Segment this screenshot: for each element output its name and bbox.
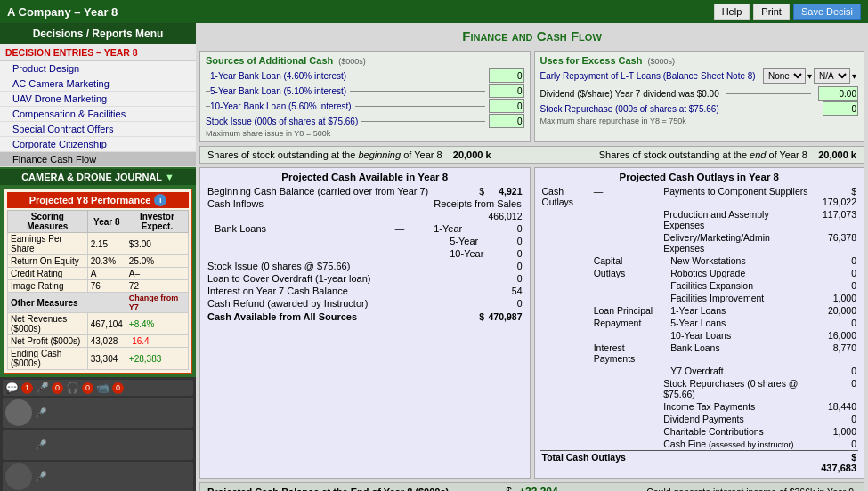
- shares-end-text: Shares of stock outstanding at the end o…: [599, 149, 856, 160]
- cash-outlays-box: Projected Cash Outlays in Year 8 Cash Ou…: [534, 167, 865, 479]
- mic-icon: 🎤: [36, 382, 49, 394]
- page-title: Finance and Cash Flow: [199, 27, 864, 47]
- outlays-component-row: Cash Outlays— Payments to Component Supp…: [540, 185, 859, 208]
- shares-beginning-text: Shares of stock outstanding at the begin…: [207, 149, 491, 160]
- repurchase-note: Maximum share repurchase in Y8 = 750k: [540, 117, 859, 125]
- repurchase-input[interactable]: [823, 101, 858, 116]
- proj-row-credit: Credit Rating A A–: [8, 268, 189, 280]
- outlays-repurchase-row: Stock Repurchases (0 shares @ $75.66) 0: [540, 377, 859, 400]
- stock-issue-row: Stock Issue (000s of shares at $75.66): [206, 114, 524, 128]
- uses-loan-row: Early Repayment of L-T Loans (Balance Sh…: [540, 68, 859, 84]
- bank-loans-row: Bank Loans — 1-Year 0: [206, 222, 524, 235]
- loan-cover-row: Loan to Cover Overdraft (1-year loan) 0: [206, 272, 524, 285]
- outlays-tax-row: Income Tax Payments 18,440: [540, 400, 859, 413]
- loan-10year-input[interactable]: [489, 99, 524, 113]
- sidebar-item-uav-drone[interactable]: UAV Drone Marketing: [0, 92, 196, 107]
- outlays-capital-row: Capital New Workstations 0: [540, 254, 859, 267]
- sidebar-item-compensation[interactable]: Compensation & Facilities: [0, 107, 196, 122]
- chat-area: 💬 1 🎤 0 🎧 0 📹 0 🎤 🎤 🎤: [0, 377, 196, 491]
- stock-issue-cash-row: Stock Issue (0 shares @ $75.66) 0: [206, 260, 524, 272]
- sidebar-item-product-design[interactable]: Product Design: [0, 61, 196, 76]
- top-row: Sources of Additional Cash ($000s) 1-Yea…: [199, 51, 864, 142]
- help-button[interactable]: Help: [714, 4, 750, 20]
- outlays-facilities-imp-row: Facilities Improvement 1,000: [540, 292, 859, 304]
- beginning-balance-row: Beginning Cash Balance (carried over fro…: [206, 185, 524, 197]
- main-layout: Decisions / Reports Menu DECISION ENTRIE…: [0, 23, 868, 491]
- balance-value: +33,304: [519, 486, 558, 491]
- balance-row: Projected Cash Balance at the End of Yea…: [199, 482, 864, 491]
- sidebar-item-corporate[interactable]: Corporate Citizenship: [0, 137, 196, 152]
- proj-row-image: Image Rating 76 72: [8, 280, 189, 293]
- cash-available-box: Projected Cash Available in Year 8 Begin…: [199, 167, 531, 479]
- outlays-interest-bank-row: Interest Payments Bank Loans 8,770: [540, 342, 859, 365]
- save-button[interactable]: Save Decisi: [793, 4, 861, 20]
- app-title: A Company – Year 8: [7, 5, 118, 19]
- proj-other-header: Other Measures Change from Y7: [8, 293, 189, 313]
- chat-icon: 💬: [5, 382, 19, 394]
- cash-outlays-table: Cash Outlays— Payments to Component Supp…: [540, 185, 859, 474]
- avatar-2: [5, 431, 32, 458]
- dividend-input[interactable]: [818, 86, 858, 101]
- loan-1year-input[interactable]: [489, 68, 524, 83]
- proj-row-roe: Return On Equity 20.3% 25.0%: [8, 255, 189, 268]
- sidebar-item-finance[interactable]: Finance Cash Flow: [0, 152, 196, 167]
- outlays-facilities-exp-row: Facilities Expansion 0: [540, 279, 859, 292]
- sources-box: Sources of Additional Cash ($000s) 1-Yea…: [199, 51, 531, 142]
- user-mic-2: 🎤: [35, 439, 47, 451]
- middle-row: Projected Cash Available in Year 8 Begin…: [199, 167, 864, 479]
- sidebar-item-ac-camera[interactable]: AC Camera Marketing: [0, 76, 196, 92]
- audio-badge: 0: [82, 382, 93, 394]
- uses-title: Uses for Excess Cash: [540, 55, 643, 66]
- shares-row: Shares of stock outstanding at the begin…: [199, 146, 864, 164]
- outlays-total-row: Total Cash Outlays $ 437,683: [540, 451, 859, 475]
- dividend-row: Dividend ($/share) Year 7 dividend was $…: [540, 86, 859, 101]
- main-content: Finance and Cash Flow Sources of Additio…: [196, 23, 868, 491]
- outlays-prod-row: Production and Assembly Expenses 117,073: [540, 208, 859, 231]
- cash-inflows-row: Cash Inflows — Receipts from Sales: [206, 197, 524, 210]
- receipts-value-row: 466,012: [206, 210, 524, 222]
- sidebar-item-special-contract[interactable]: Special Contract Offers: [0, 122, 196, 137]
- loan-repay-select[interactable]: None: [763, 68, 806, 84]
- cash-available-title: Projected Cash Available in Year 8: [206, 172, 524, 182]
- uses-box: Uses for Excess Cash ($000s) Early Repay…: [534, 51, 865, 142]
- user-mic-1: 🎤: [35, 407, 47, 419]
- chat-badge: 1: [21, 382, 33, 394]
- outlays-robotics-row: Outlays Robotics Upgrade 0: [540, 267, 859, 279]
- proj-col-year8: Year 8: [87, 211, 126, 233]
- cash-refund-row: Cash Refund (awarded by Instructor) 0: [206, 297, 524, 310]
- avatar-3: [5, 463, 32, 490]
- info-icon[interactable]: i: [154, 194, 166, 206]
- print-button[interactable]: Print: [753, 4, 790, 20]
- cash-outlays-title: Projected Cash Outlays in Year 8: [540, 172, 859, 182]
- user-row-3: 🎤: [3, 462, 193, 491]
- balance-label: Projected Cash Balance at the End of Yea…: [207, 487, 499, 491]
- bank-10year-row: 10-Year 0: [206, 247, 524, 260]
- outlays-loan-1yr-row: Loan Principal 1-Year Loans 20,000: [540, 304, 859, 317]
- video-icon: 📹: [96, 382, 110, 394]
- stock-note: Maximum share issue in Y8 = 500k: [206, 129, 524, 138]
- sidebar-header: Decisions / Reports Menu: [0, 23, 196, 44]
- outlays-overdraft-row: Y7 Overdraft 0: [540, 365, 859, 377]
- loan-row-1year: 1-Year Bank Loan (4.60% interest): [206, 68, 524, 83]
- proj-row-profit: Net Profit ($000s) 43,028 -16.4: [8, 335, 189, 348]
- user-row-2: 🎤: [3, 430, 193, 460]
- repurchase-row: Stock Repurchase (000s of shares at $75.…: [540, 101, 859, 116]
- user-mic-3: 🎤: [35, 471, 47, 483]
- uses-subtitle: ($000s): [647, 57, 675, 66]
- camera-journal-header: CAMERA & DRONE JOURNAL ▼: [0, 169, 196, 185]
- sources-title: Sources of Additional Cash: [206, 55, 333, 66]
- sources-subtitle: ($000s): [338, 57, 366, 66]
- stock-issue-input[interactable]: [489, 114, 524, 128]
- loan-row-10year: 10-Year Bank Loan (5.60% interest): [206, 99, 524, 113]
- sidebar: Decisions / Reports Menu DECISION ENTRIE…: [0, 23, 196, 491]
- loan-repay-select2[interactable]: N/A: [814, 68, 850, 84]
- proj-col-measures: Scoring Measures: [8, 211, 88, 233]
- video-badge: 0: [112, 382, 124, 394]
- projected-y8-box: Projected Y8 Performance i Scoring Measu…: [4, 189, 192, 374]
- bank-5year-row: 5-Year 0: [206, 235, 524, 247]
- balance-note: Could generate interest income of $366k …: [565, 487, 856, 491]
- outlays-charity-row: Charitable Contributions 1,000: [540, 425, 859, 438]
- proj-row-cash: Ending Cash ($000s) 33,304 +28,383: [8, 348, 189, 370]
- loan-5year-input[interactable]: [489, 84, 524, 98]
- outlays-delivery-row: Delivery/Marketing/Admin Expenses 76,378: [540, 231, 859, 254]
